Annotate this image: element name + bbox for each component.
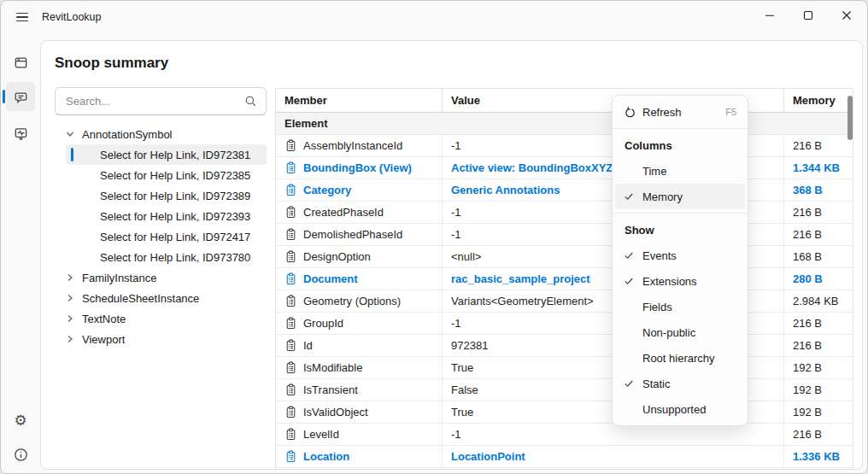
table-row[interactable]: Geometry (Options)Variants<GeometryEleme… <box>276 290 853 313</box>
column-header-member[interactable]: Member <box>276 89 443 112</box>
hamburger-menu-icon[interactable] <box>9 7 35 27</box>
tree-item[interactable]: Select for Help Link, ID972393 <box>66 206 267 226</box>
member-cell[interactable]: Document <box>276 268 443 290</box>
minimize-button[interactable] <box>750 1 789 29</box>
close-button[interactable] <box>827 1 865 29</box>
menu-item-label: Refresh <box>642 106 682 119</box>
tree-item[interactable]: FamilyInstance <box>55 267 267 288</box>
table-row[interactable]: CreatedPhaseId-1216 B <box>276 202 853 224</box>
table-row[interactable]: DemolishedPhaseId-1216 B <box>276 224 853 246</box>
tree-item[interactable]: TextNote <box>55 308 267 329</box>
member-cell: IsTransient <box>276 379 443 401</box>
value-cell[interactable]: LocationPoint <box>443 446 784 467</box>
menu-section-header: Show <box>613 217 748 243</box>
chevron-right-icon[interactable] <box>66 314 74 323</box>
table-row[interactable]: IsValidObjectTrue192 B <box>276 401 853 424</box>
vertical-scrollbar-thumb[interactable] <box>847 96 853 140</box>
tree-item[interactable]: Select for Help Link, ID972389 <box>66 185 267 206</box>
member-cell[interactable]: Location <box>276 446 443 467</box>
menu-item-unsupported[interactable]: Unsupported <box>615 396 745 422</box>
member-icon <box>284 339 297 352</box>
memory-cell: 2.984 KB <box>784 290 853 312</box>
group-header-row[interactable]: Element <box>276 113 853 135</box>
menu-item-label: Non-public <box>642 326 695 339</box>
member-label: DesignOption <box>303 250 371 263</box>
table-row[interactable]: Id972381216 B <box>276 335 853 357</box>
event-monitor-icon <box>14 126 28 141</box>
table-row[interactable]: LocationLocationPoint1.336 KB <box>276 446 853 468</box>
menu-item-label: Memory <box>642 190 683 203</box>
sidebar-item-settings[interactable]: ⚙ <box>6 406 35 435</box>
context-menu: RefreshF5ColumnsTimeMemoryShowEventsExte… <box>612 95 748 426</box>
menu-item-memory[interactable]: Memory <box>615 184 745 209</box>
info-icon <box>14 448 28 462</box>
menu-item-fields[interactable]: Fields <box>615 294 745 319</box>
refresh-icon <box>624 106 636 119</box>
menu-item-root-hierarchy[interactable]: Root hierarchy <box>615 345 745 371</box>
menu-item-label: Fields <box>642 301 672 313</box>
tree-item[interactable]: Viewport <box>55 329 267 349</box>
sidebar-item-about[interactable] <box>6 440 35 469</box>
table-row[interactable]: BoundingBox (View)Active view: BoundingB… <box>276 157 853 179</box>
menu-item-label: Unsupported <box>642 403 706 416</box>
table-row[interactable]: Documentrac_basic_sample_project280 B <box>276 268 853 290</box>
member-label: IsTransient <box>303 383 358 396</box>
table-row[interactable]: IsTransientFalse192 B <box>276 379 853 401</box>
tree-item[interactable]: Select for Help Link, ID972385 <box>66 165 267 185</box>
menu-item-refresh[interactable]: RefreshF5 <box>615 99 745 125</box>
snoop-summary-icon <box>14 90 28 104</box>
member-label: Location <box>303 450 349 463</box>
memory-cell: 1.344 KB <box>784 157 853 178</box>
member-table: Member Value Memory Element AssemblyInst… <box>275 88 853 469</box>
app-window: RevitLookup <box>0 0 868 474</box>
tree-item-label: TextNote <box>82 313 126 325</box>
member-icon <box>284 228 297 241</box>
member-cell: IsValidObject <box>276 401 443 423</box>
table-row[interactable]: CategoryGeneric Annotations368 B <box>276 179 853 202</box>
member-cell: AssemblyInstanceId <box>276 135 443 156</box>
member-cell[interactable]: BoundingBox (View) <box>276 157 443 178</box>
menu-item-extensions[interactable]: Extensions <box>615 268 745 294</box>
member-cell[interactable]: Category <box>276 179 443 201</box>
tree-item[interactable]: Select for Help Link, ID973780 <box>66 247 267 267</box>
table-row[interactable]: AssemblyInstanceId-1216 B <box>276 135 853 157</box>
menu-item-static[interactable]: Static <box>615 371 745 396</box>
tree-item[interactable]: Select for Help Link, ID972381 <box>66 144 267 165</box>
window-controls <box>750 1 865 29</box>
column-header-memory[interactable]: Memory <box>784 89 853 112</box>
table-row[interactable]: IsModifiableTrue192 B <box>276 357 853 379</box>
menu-item-time[interactable]: Time <box>615 158 745 184</box>
checkmark-icon <box>624 250 636 260</box>
tree-item-label: Select for Help Link, ID973780 <box>100 251 250 264</box>
table-row[interactable]: LevelId-1216 B <box>276 424 853 446</box>
tree-item[interactable]: AnnotationSymbol <box>55 124 267 144</box>
menu-item-events[interactable]: Events <box>615 243 745 268</box>
sidebar-item-dashboard[interactable] <box>6 48 35 77</box>
sidebar: ⚙ <box>1 40 40 473</box>
member-cell: DemolishedPhaseId <box>276 224 443 245</box>
tree-item[interactable]: ScheduleSheetInstance <box>55 288 267 308</box>
tree-item[interactable]: Select for Help Link, ID972417 <box>66 226 267 247</box>
selection-indicator <box>71 148 73 161</box>
gear-icon: ⚙ <box>14 413 26 428</box>
table-row[interactable]: DesignOption<null>168 B <box>276 246 853 268</box>
sidebar-item-event-monitor[interactable] <box>6 119 35 148</box>
search-box[interactable] <box>55 87 267 115</box>
menu-item-non-public[interactable]: Non-public <box>615 319 745 345</box>
member-icon <box>284 184 297 196</box>
tree: AnnotationSymbolSelect for Help Link, ID… <box>55 124 267 349</box>
chevron-right-icon[interactable] <box>66 335 74 343</box>
menu-section-header: Columns <box>613 132 748 158</box>
chevron-down-icon[interactable] <box>66 130 74 138</box>
member-label: Id <box>303 339 313 352</box>
table-row[interactable]: GroupId-1216 B <box>276 313 853 335</box>
tree-item-label: Select for Help Link, ID972393 <box>100 210 250 223</box>
table-body: AssemblyInstanceId-1216 BBoundingBox (Vi… <box>276 135 853 468</box>
maximize-button[interactable] <box>789 1 827 29</box>
dashboard-icon <box>14 56 28 70</box>
chevron-right-icon[interactable] <box>66 294 74 302</box>
member-cell: GroupId <box>276 313 443 334</box>
search-input[interactable] <box>66 95 244 108</box>
sidebar-item-snoop-summary[interactable] <box>6 82 35 111</box>
chevron-right-icon[interactable] <box>66 273 74 282</box>
